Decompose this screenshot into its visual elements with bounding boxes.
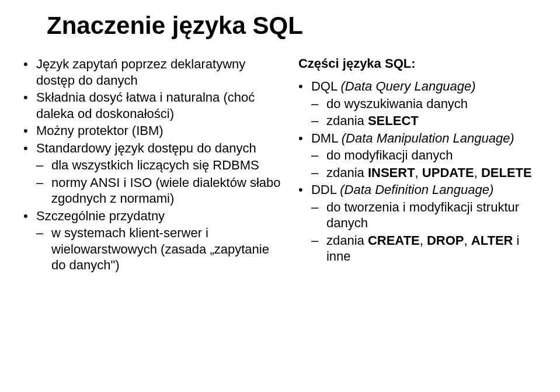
right-sublist: do modyfikacji danych zdania INSERT, UPD… — [311, 147, 537, 181]
list-subitem-bold: DELETE — [481, 165, 532, 180]
list-item: Język zapytań poprzez deklaratywny dostę… — [23, 56, 287, 88]
list-subitem-text: do wyszukiwania danych — [326, 96, 468, 111]
list-subitem-bold: SELECT — [368, 113, 419, 128]
list-item-prefix: DDL — [311, 182, 340, 197]
list-subitem-mid: , — [474, 165, 481, 180]
list-item: DQL (Data Query Language) do wyszukiwani… — [298, 78, 537, 129]
right-heading: Części języka SQL: — [298, 56, 537, 71]
list-subitem-text: do modyfikacji danych — [326, 148, 453, 162]
right-sublist: do wyszukiwania danych zdania SELECT — [311, 96, 537, 129]
right-list: DQL (Data Query Language) do wyszukiwani… — [298, 78, 537, 265]
list-item-text: Szczególnie przydatny — [36, 209, 165, 223]
list-subitem: do modyfikacji danych — [311, 147, 537, 164]
list-subitem-bold: UPDATE — [422, 165, 474, 180]
list-item-text: Możny protektor (IBM) — [36, 123, 164, 138]
list-subitem: zdania INSERT, UPDATE, DELETE — [311, 165, 537, 181]
list-item-italic: (Data Manipulation Language) — [342, 131, 514, 145]
list-item-text: Składnia dosyć łatwa i naturalna (choć d… — [36, 90, 255, 121]
list-item: DDL (Data Definition Language) do tworze… — [298, 182, 537, 265]
list-item-italic: (Data Query Language) — [341, 79, 476, 93]
list-subitem: normy ANSI i ISO (wiele dialektów słabo … — [36, 175, 287, 207]
list-item: DML (Data Manipulation Language) do mody… — [298, 130, 537, 181]
right-sublist: do tworzenia i modyfikacji struktur dany… — [311, 199, 537, 265]
list-item: Składnia dosyć łatwa i naturalna (choć d… — [23, 89, 287, 122]
list-item-text: Język zapytań poprzez deklaratywny dostę… — [36, 57, 245, 88]
list-item: Szczególnie przydatny w systemach klient… — [23, 208, 287, 273]
left-sublist: w systemach klient-serwer i wielowarstwo… — [36, 225, 287, 273]
list-item: Standardowy język dostępu do danych dla … — [23, 140, 287, 207]
list-subitem-bold: DROP — [427, 233, 464, 248]
list-subitem-bold: CREATE — [368, 233, 420, 248]
list-subitem: do tworzenia i modyfikacji struktur dany… — [311, 199, 537, 231]
slide-content: Język zapytań poprzez deklaratywny dostę… — [23, 56, 537, 275]
list-subitem-text: normy ANSI i ISO (wiele dialektów słabo … — [51, 175, 281, 206]
right-column: Części języka SQL: DQL (Data Query Langu… — [298, 56, 537, 275]
list-subitem: zdania SELECT — [311, 113, 537, 129]
list-subitem: zdania CREATE, DROP, ALTER i inne — [311, 233, 537, 265]
left-column: Język zapytań poprzez deklaratywny dostę… — [23, 56, 287, 275]
left-sublist: dla wszystkich liczących się RDBMS normy… — [36, 157, 287, 207]
list-item-prefix: DML — [311, 131, 342, 145]
list-item-prefix: DQL — [311, 79, 341, 93]
left-list: Język zapytań poprzez deklaratywny dostę… — [23, 56, 287, 273]
list-subitem-mid: , — [415, 165, 422, 180]
list-subitem-pre: zdania — [326, 165, 368, 180]
list-subitem-pre: zdania — [326, 233, 368, 248]
list-subitem-text: dla wszystkich liczących się RDBMS — [51, 158, 259, 172]
list-subitem-mid: , — [420, 233, 427, 248]
list-subitem-mid: , — [464, 233, 471, 248]
list-item-italic: (Data Definition Language) — [340, 182, 493, 197]
list-item: Możny protektor (IBM) — [23, 123, 287, 139]
list-subitem: w systemach klient-serwer i wielowarstwo… — [36, 225, 287, 273]
list-subitem-pre: zdania — [326, 113, 368, 128]
list-subitem-text: do tworzenia i modyfikacji struktur dany… — [326, 200, 519, 231]
list-subitem-bold: INSERT — [368, 165, 415, 180]
slide-title: Znaczenie języka SQL — [47, 12, 537, 40]
list-subitem-bold: ALTER — [471, 233, 513, 248]
list-subitem: do wyszukiwania danych — [311, 96, 537, 112]
list-item-text: Standardowy język dostępu do danych — [36, 141, 256, 155]
list-subitem: dla wszystkich liczących się RDBMS — [36, 157, 287, 174]
list-subitem-text: w systemach klient-serwer i wielowarstwo… — [51, 226, 269, 272]
